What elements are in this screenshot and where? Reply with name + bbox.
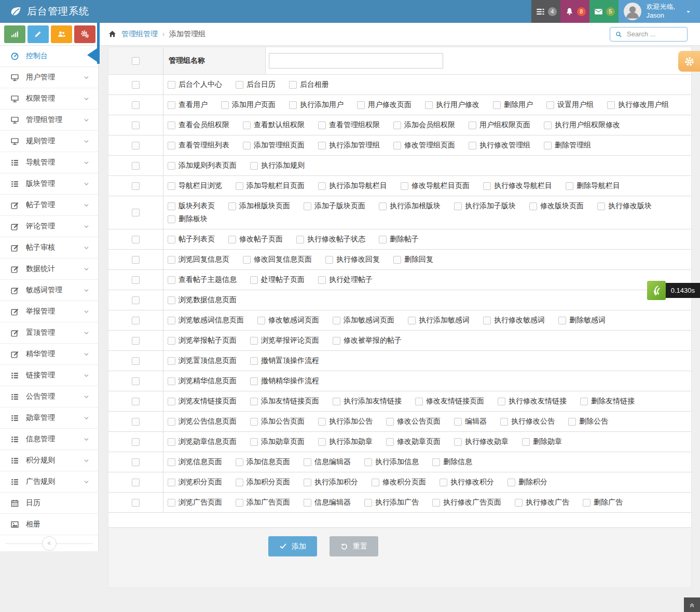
permission-item[interactable]: 用户组权限页面 (469, 120, 530, 130)
permission-checkbox[interactable] (236, 479, 243, 486)
permission-checkbox[interactable] (168, 438, 175, 446)
row-select-checkbox[interactable] (132, 357, 140, 365)
permission-item[interactable]: 用户修改页面 (357, 100, 411, 110)
sidebar-item[interactable]: 广告规则 (0, 471, 98, 493)
permission-checkbox[interactable] (296, 236, 304, 243)
permission-checkbox[interactable] (304, 499, 311, 507)
permission-checkbox[interactable] (500, 418, 508, 426)
permission-checkbox[interactable] (168, 101, 175, 109)
permission-checkbox[interactable] (393, 121, 401, 129)
permission-checkbox[interactable] (401, 182, 408, 190)
permission-item[interactable]: 撤销置顶操作流程 (250, 356, 319, 365)
permission-checkbox[interactable] (250, 418, 258, 426)
permission-item[interactable]: 浏览举报帖子页面 (168, 336, 237, 345)
permission-item[interactable]: 添加规则列表页面 (168, 161, 237, 170)
row-select-checkbox[interactable] (132, 296, 140, 304)
permission-item[interactable]: 修改友情链接页面 (415, 397, 484, 406)
permission-item[interactable]: 查看管理组列表 (168, 141, 229, 150)
row-select-checkbox[interactable] (132, 499, 140, 507)
permission-checkbox[interactable] (333, 398, 340, 405)
permission-checkbox[interactable] (168, 357, 175, 365)
permission-item[interactable]: 执行修改积分 (440, 478, 494, 487)
permission-checkbox[interactable] (250, 337, 258, 345)
permission-checkbox[interactable] (168, 418, 175, 426)
permission-checkbox[interactable] (236, 499, 243, 507)
permission-checkbox[interactable] (168, 499, 175, 507)
row-select-checkbox[interactable] (132, 276, 140, 284)
row-select-checkbox[interactable] (132, 162, 140, 170)
permission-checkbox[interactable] (386, 438, 394, 446)
permission-item[interactable]: 添加用户页面 (221, 100, 276, 110)
permission-item[interactable]: 浏览公告信息页面 (168, 417, 237, 426)
permission-item[interactable]: 修改积分页面 (372, 478, 426, 487)
permission-checkbox[interactable] (221, 101, 229, 109)
permission-item[interactable]: 查看用户 (168, 100, 208, 110)
permission-checkbox[interactable] (318, 182, 326, 190)
permission-checkbox[interactable] (580, 398, 588, 405)
permission-checkbox[interactable] (529, 202, 537, 210)
permission-checkbox[interactable] (250, 438, 258, 446)
row-select-checkbox[interactable] (132, 256, 140, 264)
edit-quick-button[interactable] (28, 25, 49, 43)
permission-item[interactable]: 删除用户 (493, 100, 533, 110)
permission-checkbox[interactable] (236, 81, 243, 89)
permission-checkbox[interactable] (454, 418, 462, 426)
permission-item[interactable]: 删除友情链接 (580, 397, 635, 406)
permission-item[interactable]: 添加导航栏目页面 (236, 181, 305, 191)
permission-checkbox[interactable] (168, 276, 175, 284)
sidebar-item[interactable]: 帖子审核 (0, 237, 98, 259)
permission-checkbox[interactable] (289, 81, 297, 89)
permission-checkbox[interactable] (168, 142, 175, 149)
permission-checkbox[interactable] (168, 81, 175, 89)
permission-item[interactable]: 修改勋章页面 (386, 437, 441, 446)
permission-item[interactable]: 执行修改广告页面 (432, 498, 501, 507)
permission-checkbox[interactable] (408, 317, 416, 324)
permission-item[interactable]: 执行修改用户组 (607, 100, 669, 110)
permission-checkbox[interactable] (257, 317, 265, 324)
permission-item[interactable]: 添加积分页面 (236, 478, 290, 487)
permission-item[interactable]: 执行修改敏感词 (483, 316, 545, 325)
row-select-checkbox[interactable] (132, 121, 140, 129)
sidebar-item[interactable]: 公告管理 (0, 386, 98, 407)
permission-checkbox[interactable] (483, 317, 491, 324)
permission-checkbox[interactable] (333, 337, 340, 345)
permission-item[interactable]: 导航栏目浏览 (168, 181, 222, 191)
permission-checkbox[interactable] (168, 317, 175, 324)
sidebar-item[interactable]: 举报管理 (0, 301, 98, 322)
permission-checkbox[interactable] (318, 121, 326, 129)
notifications-dropdown-button[interactable]: 8 (560, 0, 589, 23)
permission-item[interactable]: 后台个人中心 (168, 80, 222, 89)
permission-checkbox[interactable] (393, 142, 401, 149)
permission-checkbox[interactable] (522, 438, 530, 446)
permission-item[interactable]: 查看帖子主题信息 (168, 275, 237, 284)
permission-item[interactable]: 添加敏感词页面 (333, 316, 394, 325)
permission-checkbox[interactable] (168, 296, 175, 304)
permission-item[interactable]: 浏览举报评论页面 (250, 336, 319, 345)
permission-item[interactable]: 信息编辑器 (304, 498, 351, 507)
permission-checkbox[interactable] (289, 101, 297, 109)
breadcrumb-section-link[interactable]: 管理组管理 (121, 30, 158, 39)
permission-item[interactable]: 修改帖子页面 (228, 235, 283, 244)
permission-checkbox[interactable] (544, 121, 552, 129)
permission-item[interactable]: 执行添加友情链接 (333, 397, 402, 406)
permission-item[interactable]: 添加公告页面 (250, 417, 305, 426)
permission-checkbox[interactable] (168, 121, 175, 129)
permission-item[interactable]: 修改导航栏目页面 (401, 181, 470, 191)
permission-checkbox[interactable] (379, 202, 387, 210)
permission-item[interactable]: 浏览友情链接页面 (168, 397, 237, 406)
permission-item[interactable]: 编辑器 (454, 417, 487, 426)
sidebar-item[interactable]: 积分规则 (0, 450, 98, 471)
chart-quick-button[interactable] (4, 25, 25, 43)
row-select-checkbox[interactable] (132, 479, 140, 486)
row-select-checkbox[interactable] (132, 458, 140, 466)
permission-checkbox[interactable] (546, 101, 554, 109)
permission-item[interactable]: 添加友情链接页面 (250, 397, 319, 406)
permission-checkbox[interactable] (168, 377, 175, 385)
permission-item[interactable]: 修改管理组页面 (393, 141, 455, 150)
permission-item[interactable]: 添加会员组权限 (393, 120, 455, 130)
permission-checkbox[interactable] (379, 236, 387, 243)
permission-item[interactable]: 执行添加广告 (364, 498, 419, 507)
permission-item[interactable]: 添加子版块页面 (304, 201, 365, 211)
permission-checkbox[interactable] (544, 142, 552, 149)
permission-checkbox[interactable] (243, 121, 251, 129)
